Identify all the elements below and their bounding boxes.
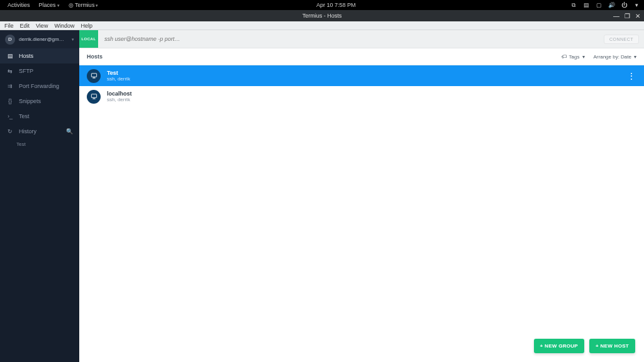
dropbox-tray-icon[interactable]: ⧉ <box>570 2 577 9</box>
host-icon <box>87 90 101 104</box>
menu-file[interactable]: File <box>3 23 16 29</box>
chevron-down-icon: ▾ <box>582 54 585 60</box>
window-titlebar: Termius - Hosts — ❐ ✕ <box>0 10 644 21</box>
arrange-by-dropdown[interactable]: Arrange by: Date ▾ <box>594 54 636 60</box>
app-menubar: File Edit View Window Help <box>0 21 644 30</box>
main-content: LOCAL CONNECT Hosts 🏷 Tags ▾ Arrange by:… <box>79 30 644 362</box>
new-group-button[interactable]: + NEW GROUP <box>534 339 584 353</box>
system-menu-chevron-icon[interactable]: ▾ <box>633 2 640 8</box>
account-email: derrik.diener@gmail.com <box>19 36 67 42</box>
local-terminal-button[interactable]: LOCAL <box>79 30 98 48</box>
tags-filter[interactable]: 🏷 Tags ▾ <box>562 54 585 60</box>
window-close-button[interactable]: ✕ <box>635 13 640 19</box>
hosts-header-title: Hosts <box>87 53 103 60</box>
svg-rect-0 <box>91 74 96 77</box>
history-entry[interactable]: Test <box>0 139 79 150</box>
account-switcher[interactable]: D derrik.diener@gmail.com ▾ <box>0 30 79 48</box>
hosts-icon: ▤ <box>6 53 14 59</box>
host-subtitle: ssh, derrik <box>107 76 130 82</box>
sidebar-item-label: Hosts <box>19 53 33 59</box>
host-subtitle: ssh, derrik <box>107 97 132 102</box>
avatar: D <box>5 35 15 45</box>
termius-indicator-icon: ◎ <box>69 2 75 8</box>
sidebar-item-label: History <box>19 128 36 134</box>
search-icon[interactable]: 🔍 <box>66 128 73 134</box>
tray-icon[interactable]: ▤ <box>582 2 590 8</box>
host-row[interactable]: Test ssh, derrik ⋮ <box>79 65 644 86</box>
sidebar-item-port-forwarding[interactable]: ⇉ Port Forwarding <box>0 79 79 94</box>
host-row[interactable]: localhost ssh, derrik <box>79 86 644 107</box>
quick-connect-input[interactable] <box>98 36 604 42</box>
window-maximize-button[interactable]: ❐ <box>625 13 630 19</box>
sidebar: D derrik.diener@gmail.com ▾ ▤ Hosts ⇆ SF… <box>0 30 79 362</box>
menu-window[interactable]: Window <box>52 23 76 29</box>
tag-icon: 🏷 <box>562 54 567 60</box>
sidebar-item-label: SFTP <box>19 68 33 74</box>
sidebar-item-label: Port Forwarding <box>19 83 59 89</box>
screen-icon[interactable]: ▢ <box>595 2 602 8</box>
host-icon <box>87 69 101 83</box>
clock[interactable]: Apr 10 7:58 PM <box>102 2 570 8</box>
gnome-top-bar: Activities Places▾ ◎ Termius▾ Apr 10 7:5… <box>0 0 644 10</box>
window-minimize-button[interactable]: — <box>613 13 619 19</box>
sidebar-item-history[interactable]: ↻ History 🔍 <box>0 124 79 139</box>
sidebar-item-sftp[interactable]: ⇆ SFTP <box>0 63 79 79</box>
chevron-down-icon: ▾ <box>634 54 636 60</box>
history-icon: ↻ <box>6 128 14 134</box>
host-name: localhost <box>107 90 132 97</box>
sidebar-item-terminal-test[interactable]: ›_ Test <box>0 109 79 124</box>
tags-label: Tags <box>569 54 580 60</box>
quick-connect-bar: LOCAL CONNECT <box>79 30 644 48</box>
terminal-icon: ›_ <box>6 113 14 119</box>
window-title: Termius - Hosts <box>0 13 644 19</box>
host-name: Test <box>107 70 130 76</box>
connect-button[interactable]: CONNECT <box>604 35 639 44</box>
places-label: Places <box>39 2 56 8</box>
places-menu[interactable]: Places▾ <box>35 2 64 8</box>
menu-view[interactable]: View <box>34 23 50 29</box>
hosts-list-header: Hosts 🏷 Tags ▾ Arrange by: Date ▾ <box>79 48 644 65</box>
chevron-down-icon: ▾ <box>96 3 98 8</box>
app-menu[interactable]: ◎ Termius▾ <box>65 2 103 8</box>
sidebar-item-snippets[interactable]: {} Snippets <box>0 94 79 109</box>
sidebar-item-label: Test <box>19 113 30 119</box>
port-forwarding-icon: ⇉ <box>6 83 14 89</box>
sftp-icon: ⇆ <box>6 68 14 74</box>
new-host-button[interactable]: + NEW HOST <box>589 339 635 353</box>
activities-button[interactable]: Activities <box>4 2 34 8</box>
menu-edit[interactable]: Edit <box>18 23 32 29</box>
sidebar-item-hosts[interactable]: ▤ Hosts <box>0 48 79 63</box>
app-menu-label: Termius <box>75 2 95 8</box>
snippets-icon: {} <box>6 98 14 104</box>
menu-help[interactable]: Help <box>79 23 94 29</box>
volume-icon[interactable]: 🔊 <box>608 2 615 8</box>
chevron-down-icon: ▾ <box>72 37 74 42</box>
power-icon[interactable]: ⏻ <box>620 2 628 8</box>
chevron-down-icon: ▾ <box>57 3 60 8</box>
sidebar-item-label: Snippets <box>19 98 41 104</box>
svg-rect-3 <box>91 94 96 98</box>
arrange-label: Arrange by: Date <box>594 54 631 60</box>
